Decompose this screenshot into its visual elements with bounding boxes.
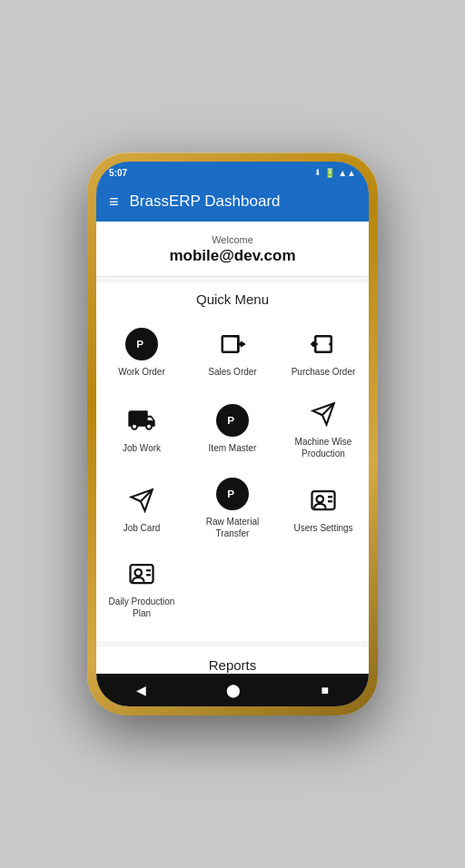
item-master-label: Item Master	[209, 442, 257, 454]
menu-item-raw-material-transfer[interactable]: P Raw Material Transfer	[187, 469, 278, 548]
svg-text:P: P	[227, 488, 234, 499]
welcome-label: Welcome	[105, 234, 360, 245]
raw-material-transfer-icon: P	[216, 478, 249, 510]
daily-production-plan-label: Daily Production Plan	[102, 596, 182, 619]
daily-production-plan-icon	[125, 557, 158, 590]
back-button[interactable]: ◀	[122, 677, 161, 703]
job-card-label: Job Card	[124, 522, 161, 534]
menu-item-job-card[interactable]: Job Card	[96, 469, 187, 548]
menu-item-item-master[interactable]: P Item Master	[187, 389, 278, 469]
sales-order-icon	[216, 328, 249, 360]
menu-item-purchase-order[interactable]: Purchase Order	[278, 316, 369, 389]
users-settings-label: Users Settings	[293, 522, 352, 534]
phone-inner: 5:07 ⬇ 🔋 ▲▲ ≡ BrassERP Dashboard	[96, 162, 369, 706]
purchase-order-label: Purchase Order	[292, 366, 356, 378]
status-icons: ⬇ 🔋 ▲▲	[314, 168, 356, 178]
app-title: BrassERP Dashboard	[130, 192, 281, 211]
job-work-label: Job Work	[123, 442, 161, 454]
reports-title: Reports	[105, 657, 360, 673]
machine-wise-production-label: Machine Wise Production	[283, 436, 363, 459]
phone-screen: 5:07 ⬇ 🔋 ▲▲ ≡ BrassERP Dashboard	[96, 162, 369, 706]
raw-material-transfer-label: Raw Material Transfer	[193, 516, 272, 539]
home-button[interactable]: ⬤	[212, 677, 255, 703]
work-order-label: Work Order	[118, 366, 165, 378]
menu-item-users-settings[interactable]: Users Settings	[278, 469, 369, 548]
signal-icon: ▲▲	[338, 168, 356, 178]
quick-menu-title: Quick Menu	[96, 291, 369, 307]
menu-item-sales-order[interactable]: Sales Order	[187, 316, 278, 389]
sim-icon: ⬇	[314, 168, 322, 177]
welcome-email: mobile@dev.com	[105, 247, 360, 265]
job-work-icon	[125, 404, 158, 437]
purchase-order-icon	[307, 328, 340, 360]
menu-item-daily-production-plan[interactable]: Daily Production Plan	[96, 548, 187, 628]
top-bar: ≡ BrassERP Dashboard	[96, 182, 369, 222]
menu-item-work-order[interactable]: P Work Order	[96, 316, 187, 389]
menu-grid: P Work Order	[96, 316, 369, 628]
welcome-section: Welcome mobile@dev.com	[96, 222, 369, 277]
svg-point-17	[135, 569, 143, 577]
recent-button[interactable]: ■	[306, 677, 342, 703]
hamburger-menu-button[interactable]: ≡	[109, 192, 119, 212]
item-master-icon: P	[216, 404, 249, 437]
main-content: Welcome mobile@dev.com Quick Menu P	[96, 222, 369, 674]
work-order-icon: P	[125, 328, 158, 360]
menu-item-machine-wise-production[interactable]: Machine Wise Production	[278, 389, 369, 469]
reports-section: Reports	[96, 646, 369, 674]
phone-frame: 5:07 ⬇ 🔋 ▲▲ ≡ BrassERP Dashboard	[87, 153, 378, 715]
status-time: 5:07	[109, 168, 127, 178]
svg-rect-3	[315, 336, 331, 352]
status-bar: 5:07 ⬇ 🔋 ▲▲	[96, 162, 369, 182]
svg-text:P: P	[136, 338, 143, 350]
bottom-nav: ◀ ⬤ ■	[96, 674, 369, 706]
job-card-icon	[125, 484, 158, 517]
sales-order-label: Sales Order	[208, 366, 256, 378]
menu-item-job-work[interactable]: Job Work	[96, 389, 187, 469]
machine-wise-production-icon	[307, 398, 340, 430]
svg-point-13	[317, 496, 324, 503]
svg-rect-1	[223, 336, 239, 352]
battery-icon: 🔋	[324, 168, 335, 178]
users-settings-icon	[307, 484, 340, 517]
svg-text:P: P	[227, 414, 234, 426]
quick-menu-section: Quick Menu P Work Order	[96, 282, 369, 641]
